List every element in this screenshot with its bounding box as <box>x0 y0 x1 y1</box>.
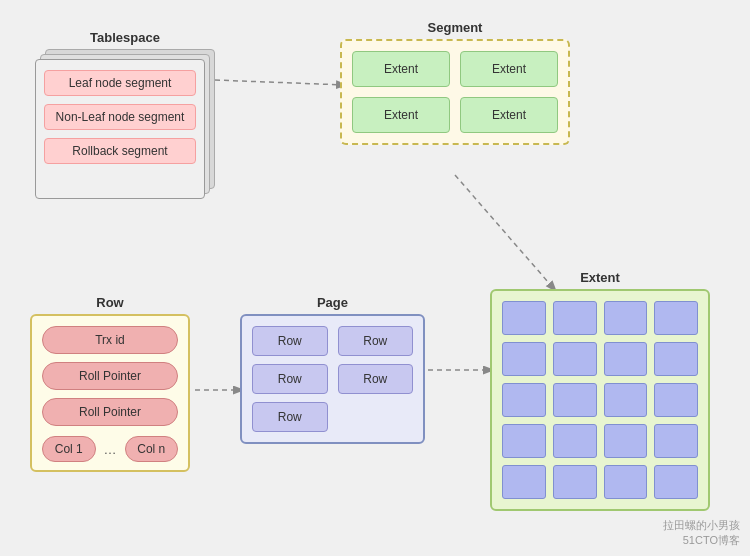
page-row-item: Row <box>252 402 328 432</box>
page-row-1: Row Row <box>252 364 413 394</box>
extent-cell <box>604 342 648 376</box>
page-row-2: Row <box>252 402 413 432</box>
tablespace-section: Tablespace Leaf node segment Non-Leaf no… <box>35 30 215 204</box>
extent-section: Extent <box>490 270 710 511</box>
tablespace-label: Tablespace <box>35 30 215 45</box>
page-box: Row Row Row Row Row <box>240 314 425 444</box>
extent-grid-box <box>490 289 710 511</box>
segment-extent-0: Extent <box>352 51 450 87</box>
page-row-0: Row Row <box>252 326 413 356</box>
diagram-container: Tablespace Leaf node segment Non-Leaf no… <box>0 0 750 556</box>
segment-section: Segment Extent Extent Extent Extent <box>340 20 570 145</box>
extent-cell <box>502 465 546 499</box>
ts-item-nonleaf: Non-Leaf node segment <box>44 104 196 130</box>
svg-line-0 <box>215 80 345 85</box>
extent-cell <box>654 424 698 458</box>
extent-cell <box>654 383 698 417</box>
extent-cell <box>553 465 597 499</box>
extent-cell <box>553 301 597 335</box>
row-col1: Col 1 <box>42 436 96 462</box>
row-coln: Col n <box>125 436 179 462</box>
extent-cell <box>604 383 648 417</box>
segment-extent-2: Extent <box>352 97 450 133</box>
row-dots: … <box>102 442 119 457</box>
row-bottom: Col 1 … Col n <box>42 436 178 462</box>
row-box: Trx id Roll Pointer Roll Pointer Col 1 …… <box>30 314 190 472</box>
extent-cell <box>502 301 546 335</box>
page-row-item: Row <box>338 326 414 356</box>
page-row-item: Row <box>338 364 414 394</box>
tablespace-stack: Leaf node segment Non-Leaf node segment … <box>35 49 215 204</box>
ts-item-rollback: Rollback segment <box>44 138 196 164</box>
extent-cell <box>553 383 597 417</box>
watermark-line2: 51CTO博客 <box>663 533 740 548</box>
page-section: Page Row Row Row Row Row <box>240 295 425 444</box>
segment-extent-1: Extent <box>460 51 558 87</box>
page-row-item: Row <box>252 364 328 394</box>
watermark: 拉田螺的小男孩 51CTO博客 <box>663 518 740 548</box>
extent-cell <box>553 342 597 376</box>
extent-cell <box>604 424 648 458</box>
row-item-rollptr2: Roll Pointer <box>42 398 178 426</box>
extent-cell <box>502 383 546 417</box>
page-label: Page <box>240 295 425 310</box>
ts-card-front: Leaf node segment Non-Leaf node segment … <box>35 59 205 199</box>
segment-label: Segment <box>340 20 570 35</box>
extent-cell <box>604 301 648 335</box>
row-item-trxid: Trx id <box>42 326 178 354</box>
extent-label: Extent <box>490 270 710 285</box>
row-section: Row Trx id Roll Pointer Roll Pointer Col… <box>30 295 190 472</box>
extent-cell <box>654 301 698 335</box>
ts-item-leaf: Leaf node segment <box>44 70 196 96</box>
segment-extent-3: Extent <box>460 97 558 133</box>
row-label: Row <box>30 295 190 310</box>
extent-cell <box>502 424 546 458</box>
segment-box: Extent Extent Extent Extent <box>340 39 570 145</box>
extent-cell <box>654 465 698 499</box>
extent-cell <box>502 342 546 376</box>
extent-cell <box>604 465 648 499</box>
extent-cell <box>553 424 597 458</box>
watermark-line1: 拉田螺的小男孩 <box>663 518 740 533</box>
row-item-rollptr1: Roll Pointer <box>42 362 178 390</box>
page-row-item: Row <box>252 326 328 356</box>
extent-cell <box>654 342 698 376</box>
